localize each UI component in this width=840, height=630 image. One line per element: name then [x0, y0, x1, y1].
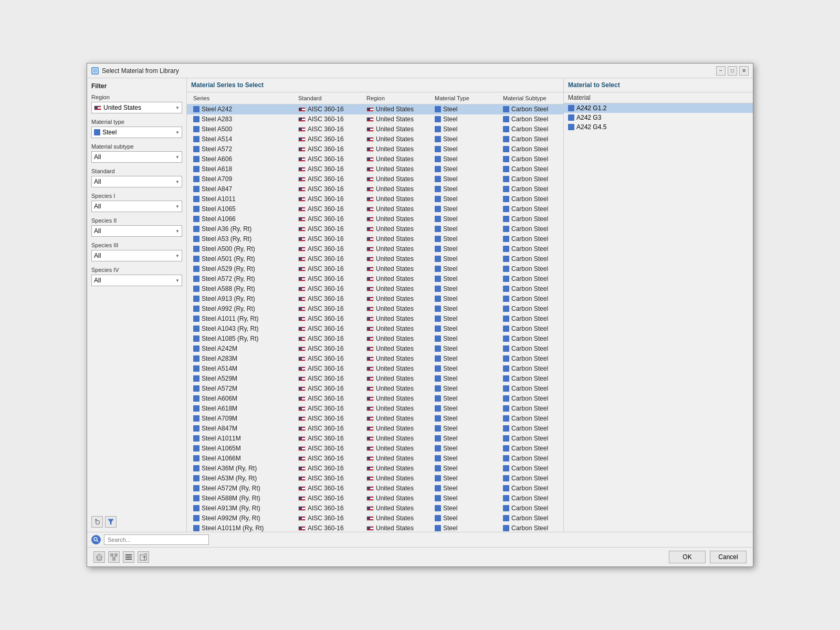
table-row[interactable]: Steel A500 (Ry, Rt) AISC 360-16 United S…	[187, 244, 563, 254]
cell-subtype: Carbon Steel	[501, 394, 563, 403]
type-icon	[435, 395, 441, 402]
flag-icon	[366, 107, 374, 112]
standard-select[interactable]: All ▼	[91, 176, 182, 187]
material-subtype-select[interactable]: All ▼	[91, 151, 182, 163]
table-row[interactable]: Steel A1066 AISC 360-16 United States St…	[187, 214, 563, 224]
cell-subtype: Carbon Steel	[501, 404, 563, 413]
table-row[interactable]: Steel A36 (Ry, Rt) AISC 360-16 United St…	[187, 224, 563, 234]
cell-series: Steel A500 (Ry, Rt)	[191, 245, 296, 253]
table-row[interactable]: Steel A529 (Ry, Rt) AISC 360-16 United S…	[187, 264, 563, 274]
table-row[interactable]: Steel A36M (Ry, Rt) AISC 360-16 United S…	[187, 464, 563, 474]
table-row[interactable]: Steel A992 (Ry, Rt) AISC 360-16 United S…	[187, 304, 563, 314]
type-icon	[503, 246, 509, 252]
type-icon	[503, 465, 509, 471]
reset-filter-button[interactable]	[91, 516, 103, 528]
table-row[interactable]: Steel A1065 AISC 360-16 United States St…	[187, 204, 563, 214]
cell-subtype: Carbon Steel	[501, 275, 563, 283]
table-row[interactable]: Steel A1043 (Ry, Rt) AISC 360-16 United …	[187, 324, 563, 334]
cell-series: Steel A1065M	[191, 444, 296, 453]
dialog-icon	[91, 67, 99, 75]
material-item[interactable]: A242 G1.2	[564, 103, 753, 113]
table-row[interactable]: Steel A572M AISC 360-16 United States St…	[187, 384, 563, 394]
flag-icon	[298, 396, 306, 401]
cell-subtype: Carbon Steel	[501, 255, 563, 263]
type-icon	[503, 495, 509, 501]
ok-button[interactable]: OK	[669, 551, 706, 563]
export-button[interactable]	[138, 551, 149, 563]
material-item[interactable]: A242 G3	[564, 113, 753, 122]
table-row[interactable]: Steel A53 (Ry, Rt) AISC 360-16 United St…	[187, 234, 563, 244]
table-row[interactable]: Steel A283 AISC 360-16 United States Ste…	[187, 114, 563, 124]
list-button[interactable]	[123, 551, 134, 563]
table-row[interactable]: Steel A847M AISC 360-16 United States St…	[187, 424, 563, 434]
cell-region: United States	[364, 195, 433, 203]
region-select-inner: United States	[94, 104, 141, 111]
flag-icon	[298, 197, 306, 202]
type-icon	[435, 156, 441, 162]
table-row[interactable]: Steel A242 AISC 360-16 United States Ste…	[187, 104, 563, 114]
cell-region: United States	[364, 494, 433, 502]
type-icon	[503, 335, 509, 342]
table-row[interactable]: Steel A1011 AISC 360-16 United States St…	[187, 194, 563, 204]
table-row[interactable]: Steel A913 (Ry, Rt) AISC 360-16 United S…	[187, 294, 563, 304]
material-type-select[interactable]: Steel ▼	[91, 127, 182, 138]
table-row[interactable]: Steel A709 AISC 360-16 United States Ste…	[187, 174, 563, 184]
species4-group: Species IV All ▼	[91, 267, 182, 286]
standard-label: Standard	[91, 168, 182, 174]
structure-button[interactable]	[108, 551, 120, 563]
species4-select[interactable]: All ▼	[91, 275, 182, 286]
table-row[interactable]: Steel A529M AISC 360-16 United States St…	[187, 374, 563, 384]
table-row[interactable]: Steel A283M AISC 360-16 United States St…	[187, 354, 563, 364]
minimize-button[interactable]: −	[716, 66, 726, 76]
table-row[interactable]: Steel A514 AISC 360-16 United States Ste…	[187, 134, 563, 144]
table-row[interactable]: Steel A606M AISC 360-16 United States St…	[187, 394, 563, 404]
table-row[interactable]: Steel A572M (Ry, Rt) AISC 360-16 United …	[187, 484, 563, 494]
table-row[interactable]: Steel A709M AISC 360-16 United States St…	[187, 414, 563, 424]
apply-filter-button[interactable]	[105, 516, 117, 528]
table-row[interactable]: Steel A501 (Ry, Rt) AISC 360-16 United S…	[187, 254, 563, 264]
cell-type: Steel	[433, 115, 501, 123]
type-icon	[503, 395, 509, 402]
table-row[interactable]: Steel A1011M AISC 360-16 United States S…	[187, 434, 563, 444]
table-row[interactable]: Steel A1011M (Ry, Rt) AISC 360-16 United…	[187, 523, 563, 532]
material-item[interactable]: A242 G4.5	[564, 122, 753, 132]
table-row[interactable]: Steel A242M AISC 360-16 United States St…	[187, 344, 563, 354]
cell-series: Steel A36M (Ry, Rt)	[191, 464, 296, 472]
flag-icon	[366, 257, 374, 261]
species3-select[interactable]: All ▼	[91, 250, 182, 261]
material-subtype-group: Material subtype All ▼	[91, 143, 182, 163]
table-row[interactable]: Steel A847 AISC 360-16 United States Ste…	[187, 184, 563, 194]
type-icon	[193, 186, 200, 192]
close-button[interactable]: ✕	[739, 66, 749, 76]
series-table-body: Steel A242 AISC 360-16 United States Ste…	[187, 104, 563, 532]
table-row[interactable]: Steel A588M (Ry, Rt) AISC 360-16 United …	[187, 494, 563, 503]
table-row[interactable]: Steel A500 AISC 360-16 United States Ste…	[187, 124, 563, 134]
maximize-button[interactable]: □	[728, 66, 737, 76]
table-row[interactable]: Steel A1011 (Ry, Rt) AISC 360-16 United …	[187, 314, 563, 324]
cancel-button[interactable]: Cancel	[710, 551, 747, 563]
home-button[interactable]	[93, 551, 105, 563]
table-row[interactable]: Steel A913M (Ry, Rt) AISC 360-16 United …	[187, 503, 563, 513]
table-row[interactable]: Steel A992M (Ry, Rt) AISC 360-16 United …	[187, 513, 563, 523]
region-select[interactable]: United States ▼	[91, 102, 182, 113]
table-row[interactable]: Steel A606 AISC 360-16 United States Ste…	[187, 154, 563, 164]
table-row[interactable]: Steel A1066M AISC 360-16 United States S…	[187, 454, 563, 464]
us-flag-icon	[94, 106, 101, 110]
cell-standard: AISC 360-16	[296, 414, 364, 423]
table-row[interactable]: Steel A1065M AISC 360-16 United States S…	[187, 444, 563, 454]
material-type-label: Material type	[91, 119, 182, 125]
table-row[interactable]: Steel A514M AISC 360-16 United States St…	[187, 364, 563, 374]
table-row[interactable]: Steel A588 (Ry, Rt) AISC 360-16 United S…	[187, 284, 563, 294]
flag-icon	[366, 147, 374, 152]
table-row[interactable]: Steel A618M AISC 360-16 United States St…	[187, 404, 563, 414]
species1-value: All	[94, 203, 101, 210]
table-row[interactable]: Steel A618 AISC 360-16 United States Ste…	[187, 164, 563, 174]
table-row[interactable]: Steel A53M (Ry, Rt) AISC 360-16 United S…	[187, 474, 563, 484]
table-row[interactable]: Steel A572 (Ry, Rt) AISC 360-16 United S…	[187, 274, 563, 284]
table-row[interactable]: Steel A1085 (Ry, Rt) AISC 360-16 United …	[187, 334, 563, 344]
species1-select[interactable]: All ▼	[91, 201, 182, 212]
search-input[interactable]	[104, 534, 209, 545]
flag-icon	[366, 267, 374, 271]
species2-select[interactable]: All ▼	[91, 225, 182, 237]
table-row[interactable]: Steel A572 AISC 360-16 United States Ste…	[187, 144, 563, 154]
